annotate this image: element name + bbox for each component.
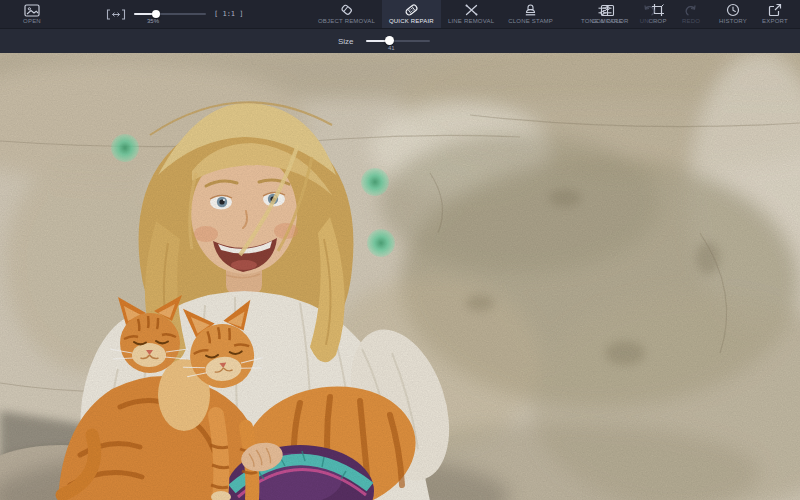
tool-line-removal[interactable]: LINE REMOVAL [441, 0, 501, 28]
image-icon [24, 4, 40, 17]
export-button[interactable]: EXPORT [754, 0, 796, 28]
split-view-icon [600, 4, 615, 17]
zoom-slider[interactable]: 35% [134, 0, 206, 28]
action-buttons: COMPARE UNDO REDO [586, 0, 796, 28]
photo-illustration [0, 53, 800, 500]
size-label: Size [338, 37, 354, 46]
export-icon [768, 3, 782, 17]
bandaid-icon [404, 3, 419, 17]
zoom-slider-handle[interactable] [152, 10, 160, 18]
stamp-icon [523, 3, 538, 17]
tool-clone-stamp[interactable]: CLONE STAMP [501, 0, 560, 28]
toolbar-spacer [560, 0, 574, 28]
one-to-one-icon: [ 1:1 ] [214, 10, 244, 18]
size-slider[interactable]: 41 [366, 29, 430, 53]
healing-spot [361, 168, 389, 196]
undo-button[interactable]: UNDO [628, 0, 670, 28]
history-button[interactable]: HISTORY [712, 0, 754, 28]
redo-button[interactable]: REDO [670, 0, 712, 28]
tool-quick-repair[interactable]: QUICK REPAIR [382, 0, 441, 28]
crossed-lines-icon [464, 3, 479, 17]
zoom-actual-size-button[interactable]: [ 1:1 ] [214, 0, 244, 28]
redo-arrow-icon [684, 4, 698, 17]
undo-arrow-icon [642, 4, 656, 17]
zoom-controls: 35% [ 1:1 ] [106, 0, 244, 28]
zoom-level-value: 35% [147, 18, 159, 24]
clock-icon [726, 3, 740, 17]
healing-spot [367, 229, 395, 257]
open-button[interactable]: OPEN [8, 0, 56, 28]
tool-object-removal[interactable]: OBJECT REMOVAL [311, 0, 382, 28]
compare-button[interactable]: COMPARE [586, 0, 628, 28]
main-toolbar: OPEN 35% [ 1:1 ] [0, 0, 800, 28]
tool-options-bar: Size 41 [0, 28, 800, 53]
eraser-icon [339, 3, 354, 17]
photo-canvas[interactable] [0, 53, 800, 500]
zoom-fit-button[interactable] [106, 0, 126, 28]
size-value: 41 [388, 45, 395, 51]
healing-spot [111, 134, 139, 162]
open-label: OPEN [23, 18, 41, 25]
brush-size-control: Size 41 [338, 29, 430, 53]
fit-to-screen-icon [106, 9, 126, 20]
size-slider-handle[interactable] [385, 36, 394, 45]
